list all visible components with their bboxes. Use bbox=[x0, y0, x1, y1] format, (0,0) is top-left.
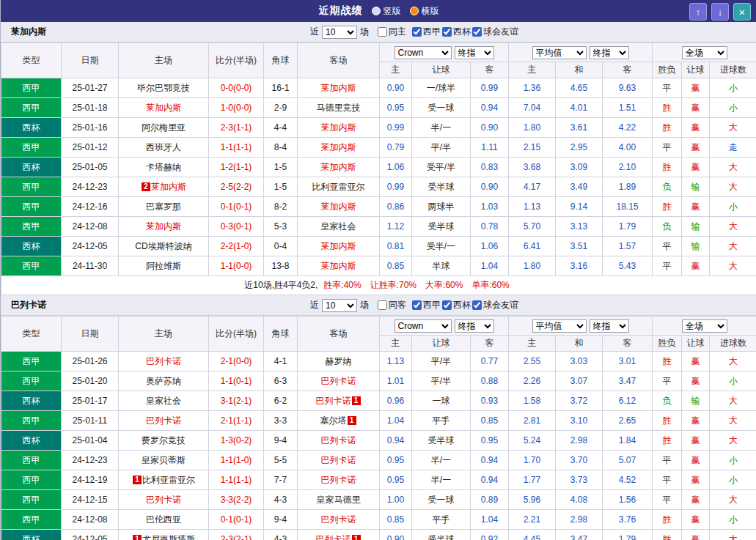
team-name-cell[interactable]: 皇家社会 bbox=[119, 391, 209, 411]
team-name-cell[interactable]: 阿尔梅里亚 bbox=[119, 118, 209, 138]
eu-stage-select[interactable]: 终指 bbox=[590, 46, 629, 59]
team-name-cell[interactable]: 巴塞罗那 bbox=[119, 197, 209, 217]
team-name-cell[interactable]: 阿拉维斯 bbox=[119, 256, 209, 276]
match-row: 西甲24-12-08巴伦西亚0-1(0-1)9-4巴列卡诺0.85平手1.042… bbox=[1, 510, 756, 530]
league-filter-friendly[interactable]: 球会友谊 bbox=[472, 26, 518, 38]
rate-stat: 让胜率:70% bbox=[370, 280, 416, 290]
league-filter-copa[interactable]: 西杯 bbox=[442, 299, 471, 311]
laliga-checkbox[interactable] bbox=[412, 27, 422, 37]
red-card-badge: 1 bbox=[352, 535, 361, 540]
team-name-cell[interactable]: 奥萨苏纳 bbox=[119, 371, 209, 391]
eu-average-select[interactable]: 平均值 bbox=[532, 319, 587, 333]
ah-home-odds-cell: 0.86 bbox=[380, 197, 412, 217]
ah-stage-select[interactable]: 终指 bbox=[455, 319, 494, 333]
eu-draw-odds-cell: 4.01 bbox=[556, 98, 603, 118]
friendly-checkbox[interactable] bbox=[472, 300, 482, 310]
team-name-cell[interactable]: 莱加内斯 bbox=[298, 138, 380, 158]
team-name-cell[interactable]: 巴列卡诺1 bbox=[298, 391, 380, 411]
league-filter-copa[interactable]: 西杯 bbox=[442, 26, 471, 38]
same-venue-filter[interactable]: 同主 bbox=[378, 26, 406, 38]
laliga-checkbox[interactable] bbox=[412, 300, 422, 310]
scope-select[interactable]: 全场 bbox=[682, 319, 727, 333]
team-name-cell[interactable]: 巴列卡诺 bbox=[298, 510, 380, 530]
team-name-cell[interactable]: 皇家贝蒂斯 bbox=[119, 451, 209, 470]
result-cell: 胜 bbox=[653, 352, 682, 371]
team-name-cell[interactable]: 巴列卡诺 bbox=[119, 352, 209, 371]
league-filter-friendly[interactable]: 球会友谊 bbox=[472, 299, 518, 311]
team-name-cell[interactable]: 莱加内斯 bbox=[119, 217, 209, 237]
league-filter-laliga[interactable]: 西甲 bbox=[412, 26, 441, 38]
date-cell: 25-01-05 bbox=[62, 158, 119, 177]
team-name-cell[interactable]: 巴列卡诺 bbox=[298, 451, 380, 470]
layout-horizontal-radio[interactable]: 横版 bbox=[410, 5, 439, 18]
eu-away-odds-cell: 2.10 bbox=[603, 158, 653, 177]
col-header-eu-draw: 和 bbox=[556, 336, 603, 352]
team-name-cell[interactable]: 比利亚雷亚尔 bbox=[298, 177, 380, 197]
team-name-cell[interactable]: 莱加内斯 bbox=[119, 98, 209, 118]
team-name-cell[interactable]: 巴列卡诺 bbox=[119, 490, 209, 510]
scope-select[interactable]: 全场 bbox=[682, 46, 727, 59]
team-name-cell[interactable]: 莱加内斯 bbox=[298, 256, 380, 276]
team-name-cell[interactable]: 皇家社会 bbox=[298, 217, 380, 237]
team-name-cell[interactable]: 马德里竞技 bbox=[298, 98, 380, 118]
team-name-cell[interactable]: 莱加内斯 bbox=[298, 197, 380, 217]
eu-away-odds-cell: 6.12 bbox=[603, 391, 653, 411]
team-name-cell[interactable]: 费罗尔竞技 bbox=[119, 431, 209, 451]
team-name-cell[interactable]: 毕尔巴鄂竞技 bbox=[119, 78, 209, 98]
team-name-cell[interactable]: 巴列卡诺 bbox=[298, 431, 380, 451]
same-venue-filter[interactable]: 同客 bbox=[378, 299, 406, 311]
bookmaker-select[interactable]: Crown bbox=[394, 46, 452, 59]
ah-stage-select[interactable]: 终指 bbox=[455, 46, 494, 59]
bookmaker-select[interactable]: Crown bbox=[394, 319, 452, 333]
team-name-cell[interactable]: CD埃斯特波纳 bbox=[119, 237, 209, 256]
team-name-cell[interactable]: 赫罗纳 bbox=[298, 352, 380, 371]
section-header-row: 莱加内斯 近 10 场 同主 西甲 西杯 球会友谊 bbox=[1, 22, 756, 42]
team-name-cell[interactable]: 莱加内斯 bbox=[298, 78, 380, 98]
eu-home-odds-cell: 1.36 bbox=[509, 78, 556, 98]
team-name-cell[interactable]: 1比利亚雷亚尔 bbox=[119, 470, 209, 490]
team-name-cell[interactable]: 巴列卡诺 bbox=[298, 470, 380, 490]
team-name-cell[interactable]: 皇家马德里 bbox=[298, 490, 380, 510]
team-name-cell[interactable]: 莱加内斯 bbox=[298, 158, 380, 177]
eu-draw-odds-cell: 2.95 bbox=[556, 138, 603, 158]
team-name-cell[interactable]: 巴列卡诺 bbox=[119, 411, 209, 431]
team-name-cell[interactable]: 巴列卡诺 bbox=[298, 371, 380, 391]
team-name-cell[interactable]: 2莱加内斯 bbox=[119, 177, 209, 197]
same-venue-checkbox[interactable] bbox=[378, 300, 387, 310]
ah-home-odds-cell: 0.85 bbox=[380, 256, 412, 276]
scroll-down-button[interactable]: ↓ bbox=[711, 3, 729, 21]
team-name-cell[interactable]: 巴列卡诺1 bbox=[298, 530, 380, 540]
copa-checkbox[interactable] bbox=[442, 300, 452, 310]
close-icon: × bbox=[739, 6, 746, 18]
team-name-cell[interactable]: 巴伦西亚 bbox=[119, 510, 209, 530]
copa-checkbox[interactable] bbox=[442, 27, 452, 37]
close-button[interactable]: × bbox=[733, 3, 751, 21]
eu-home-odds-cell: 2.55 bbox=[509, 352, 556, 371]
ah-line-cell: 半/一 bbox=[412, 451, 471, 470]
recent-count-select[interactable]: 10 bbox=[322, 299, 357, 312]
date-cell: 24-12-15 bbox=[62, 490, 119, 510]
friendly-checkbox[interactable] bbox=[472, 27, 482, 37]
result-cell: 平 bbox=[653, 138, 682, 158]
ah-result-cell: 赢 bbox=[682, 78, 710, 98]
eu-average-select[interactable]: 平均值 bbox=[532, 46, 587, 59]
section-header-row: 巴列卡诺 近 10 场 同客 西甲 西杯 球会友谊 bbox=[1, 295, 756, 316]
layout-vertical-radio[interactable]: 竖版 bbox=[372, 5, 401, 18]
result-cell: 负 bbox=[653, 177, 682, 197]
recent-count-select[interactable]: 10 bbox=[322, 26, 357, 39]
league-filter-laliga[interactable]: 西甲 bbox=[412, 299, 441, 311]
team-name-cell[interactable]: 西班牙人 bbox=[119, 138, 209, 158]
team-name-cell[interactable]: 塞尔塔1 bbox=[298, 411, 380, 431]
team-name-cell[interactable]: 1尤尼恩斯塔斯 bbox=[119, 530, 209, 540]
eu-stage-select[interactable]: 终指 bbox=[590, 319, 629, 333]
team-name-cell[interactable]: 莱加内斯 bbox=[298, 118, 380, 138]
same-venue-checkbox[interactable] bbox=[378, 27, 387, 37]
eu-away-odds-cell: 4.00 bbox=[603, 138, 653, 158]
team-name-cell[interactable]: 卡塔赫纳 bbox=[119, 158, 209, 177]
team-name-cell[interactable]: 莱加内斯 bbox=[298, 237, 380, 256]
summary-record: 近10场,胜4平4负2, bbox=[244, 280, 318, 290]
result-cell: 平 bbox=[653, 371, 682, 391]
eu-draw-odds-cell: 3.07 bbox=[556, 371, 603, 391]
red-card-badge: 1 bbox=[133, 476, 142, 484]
scroll-up-button[interactable]: ↑ bbox=[689, 3, 707, 21]
